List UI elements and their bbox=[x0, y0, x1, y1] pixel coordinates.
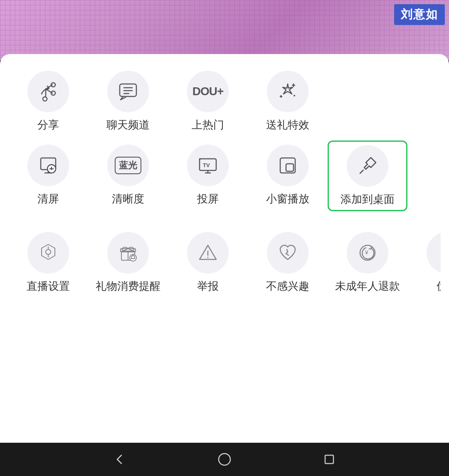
menu-item-live-settings[interactable]: 直播设置 bbox=[8, 228, 88, 298]
minor-refund-label: 未成年人退款 bbox=[335, 279, 400, 293]
clear-screen-label: 清屏 bbox=[37, 192, 59, 206]
menu-item-clarity[interactable]: 蓝光 清晰度 bbox=[88, 141, 168, 210]
clear-screen-icon bbox=[37, 155, 59, 176]
share-icon-circle bbox=[27, 71, 69, 112]
back-icon bbox=[112, 452, 127, 467]
more-icon-circle bbox=[427, 232, 441, 274]
menu-item-share[interactable]: 分享 bbox=[8, 67, 88, 136]
menu-item-gift-reminder[interactable]: 礼物消费提醒 bbox=[88, 228, 168, 298]
hot-label: 上热门 bbox=[192, 118, 224, 132]
clarity-label: 清晰度 bbox=[112, 192, 144, 206]
bluray-icon: 蓝光 bbox=[115, 157, 141, 174]
menu-item-cast[interactable]: TV 投屏 bbox=[168, 141, 248, 210]
tv-icon: TV bbox=[197, 155, 219, 176]
clear-screen-icon-circle bbox=[27, 145, 69, 186]
mini-window-icon-circle bbox=[267, 145, 308, 186]
chat-label: 聊天频道 bbox=[106, 118, 150, 132]
warning-icon bbox=[197, 242, 219, 264]
live-background: 刘意如 bbox=[0, 0, 449, 60]
add-desktop-label: 添加到桌面 bbox=[340, 192, 395, 207]
report-label: 举报 bbox=[197, 279, 219, 293]
home-icon bbox=[217, 452, 232, 467]
menu-row-1: 分享 聊天频道 DOU+ 上热门 bbox=[8, 67, 441, 136]
recent-button[interactable] bbox=[318, 449, 340, 470]
refund-icon: ¥ bbox=[357, 242, 378, 264]
back-button[interactable] bbox=[109, 449, 131, 470]
home-button[interactable] bbox=[214, 449, 235, 470]
share-label: 分享 bbox=[37, 118, 59, 132]
menu-item-report[interactable]: 举报 bbox=[168, 228, 248, 298]
hot-icon-circle: DOU+ bbox=[187, 71, 229, 112]
menu-item-minor-refund[interactable]: ¥ 未成年人退款 bbox=[328, 228, 407, 298]
menu-item-mini-window[interactable]: 小窗播放 bbox=[248, 141, 328, 210]
divider bbox=[8, 215, 441, 228]
bottom-sheet: 分享 聊天频道 DOU+ 上热门 bbox=[0, 54, 449, 443]
more-icon bbox=[437, 242, 441, 264]
report-icon-circle bbox=[187, 232, 229, 274]
menu-item-more[interactable]: 优先 bbox=[407, 228, 441, 298]
username-badge: 刘意如 bbox=[394, 4, 445, 25]
svg-text:TV: TV bbox=[203, 162, 210, 168]
android-nav-bar bbox=[0, 443, 449, 476]
chat-icon bbox=[117, 81, 139, 102]
svg-text:¥: ¥ bbox=[365, 249, 368, 256]
gift-reminder-icon-circle bbox=[107, 232, 149, 274]
share-icon bbox=[37, 81, 59, 102]
menu-row-3: 直播设置 礼物消费提醒 bbox=[8, 228, 441, 298]
menu-item-add-desktop[interactable]: 添加到桌面 bbox=[328, 141, 407, 211]
svg-point-26 bbox=[46, 249, 51, 254]
chat-icon-circle bbox=[107, 71, 149, 112]
add-desktop-icon-circle bbox=[347, 145, 388, 187]
settings-hex-icon bbox=[37, 242, 59, 264]
more-label: 优先 bbox=[437, 279, 441, 293]
svg-line-24 bbox=[360, 170, 363, 173]
star-sparkle-icon bbox=[277, 81, 299, 102]
menu-item-chat[interactable]: 聊天频道 bbox=[88, 67, 168, 136]
menu-item-gift-effect[interactable]: 送礼特效 bbox=[248, 67, 328, 136]
menu-item-not-interested[interactable]: 不感兴趣 bbox=[248, 228, 328, 298]
gift-effect-icon-circle bbox=[267, 71, 308, 112]
not-interested-label: 不感兴趣 bbox=[266, 279, 309, 293]
pin-icon bbox=[357, 155, 378, 177]
svg-rect-23 bbox=[286, 164, 294, 171]
menu-row-2: 清屏 蓝光 清晰度 TV 投屏 bbox=[8, 141, 441, 211]
menu-item-hot[interactable]: DOU+ 上热门 bbox=[168, 67, 248, 136]
cast-label: 投屏 bbox=[197, 192, 219, 206]
mini-window-label: 小窗播放 bbox=[266, 192, 309, 206]
minor-refund-icon-circle: ¥ bbox=[347, 232, 388, 274]
svg-rect-42 bbox=[325, 455, 333, 464]
live-bg-grid bbox=[0, 0, 449, 60]
clarity-icon-circle: 蓝光 bbox=[107, 145, 149, 186]
recent-icon bbox=[322, 452, 337, 467]
svg-point-35 bbox=[207, 256, 209, 258]
live-settings-label: 直播设置 bbox=[27, 279, 70, 293]
broken-heart-icon bbox=[277, 242, 299, 264]
live-settings-icon-circle bbox=[27, 232, 69, 274]
gift-reminder-label: 礼物消费提醒 bbox=[96, 279, 160, 293]
menu-item-clear-screen[interactable]: 清屏 bbox=[8, 141, 88, 210]
dou-icon: DOU+ bbox=[192, 85, 224, 98]
gift-icon bbox=[117, 242, 139, 264]
svg-point-11 bbox=[294, 95, 295, 96]
svg-point-2 bbox=[43, 97, 47, 101]
mini-window-icon bbox=[277, 155, 299, 176]
gift-effect-label: 送礼特效 bbox=[266, 118, 309, 132]
svg-point-41 bbox=[219, 454, 230, 465]
cast-icon-circle: TV bbox=[187, 145, 229, 186]
not-interested-icon-circle bbox=[267, 232, 308, 274]
